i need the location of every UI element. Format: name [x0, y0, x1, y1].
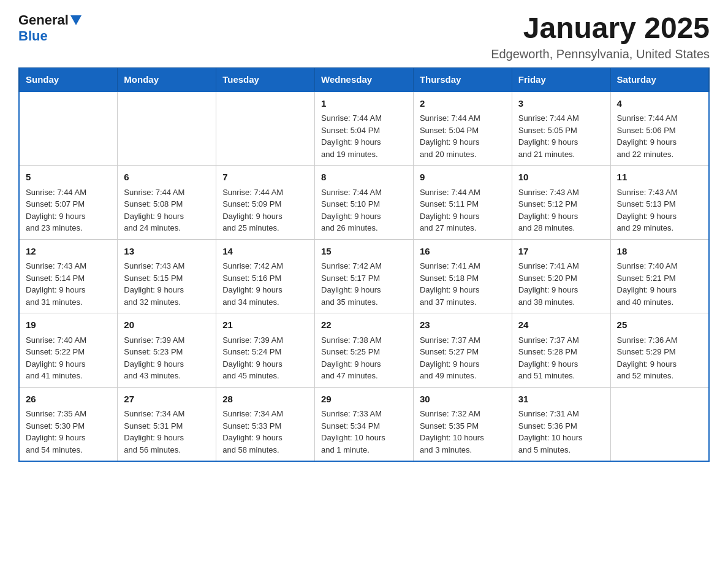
calendar-cell: 7Sunrise: 7:44 AMSunset: 5:09 PMDaylight… [216, 166, 315, 240]
logo-text-general: General [18, 12, 69, 28]
day-info-line: Sunset: 5:28 PM [518, 346, 604, 358]
day-info-line: Sunrise: 7:44 AM [26, 186, 111, 199]
weekday-header-row: SundayMondayTuesdayWednesdayThursdayFrid… [19, 67, 709, 91]
calendar-cell: 27Sunrise: 7:34 AMSunset: 5:31 PMDayligh… [118, 387, 216, 461]
day-number: 23 [420, 318, 506, 332]
day-info-line: Daylight: 9 hours [617, 210, 702, 223]
logo: General Blue [18, 12, 82, 44]
calendar-cell: 19Sunrise: 7:40 AMSunset: 5:22 PMDayligh… [19, 313, 118, 388]
day-info-line: Sunset: 5:09 PM [222, 198, 308, 210]
day-info-line: Sunset: 5:07 PM [26, 198, 111, 210]
calendar-cell: 13Sunrise: 7:43 AMSunset: 5:15 PMDayligh… [118, 239, 216, 313]
day-info-line: and 37 minutes. [420, 296, 506, 308]
day-info-line: and 21 minutes. [518, 148, 604, 161]
day-info-line: Sunset: 5:08 PM [124, 198, 210, 210]
day-info-line: Sunset: 5:30 PM [26, 420, 111, 432]
day-info-line: Daylight: 10 hours [420, 432, 506, 444]
day-info-line: Sunset: 5:13 PM [617, 198, 702, 210]
day-info-line: Sunset: 5:24 PM [222, 346, 308, 358]
day-info-line: Daylight: 9 hours [26, 284, 111, 296]
day-info-line: Sunrise: 7:35 AM [26, 408, 111, 420]
day-info-line: and 23 minutes. [26, 222, 111, 234]
day-info-line: Sunset: 5:04 PM [420, 124, 506, 137]
calendar-cell: 26Sunrise: 7:35 AMSunset: 5:30 PMDayligh… [19, 387, 118, 461]
calendar-cell: 18Sunrise: 7:40 AMSunset: 5:21 PMDayligh… [610, 239, 709, 313]
day-info-line: and 43 minutes. [124, 370, 210, 382]
calendar-cell: 3Sunrise: 7:44 AMSunset: 5:05 PMDaylight… [512, 91, 610, 166]
day-info-line: and 1 minute. [321, 444, 407, 456]
day-info-line: Sunrise: 7:44 AM [518, 112, 604, 124]
calendar-cell: 25Sunrise: 7:36 AMSunset: 5:29 PMDayligh… [610, 313, 709, 388]
day-info-line: Sunset: 5:29 PM [617, 346, 702, 358]
day-info-line: and 25 minutes. [222, 222, 308, 234]
day-info-line: Daylight: 9 hours [518, 358, 604, 370]
day-number: 31 [518, 393, 604, 407]
day-info-line: Sunset: 5:21 PM [617, 272, 702, 285]
day-info-line: Daylight: 9 hours [26, 432, 111, 444]
day-number: 27 [124, 393, 210, 407]
calendar-cell: 15Sunrise: 7:42 AMSunset: 5:17 PMDayligh… [315, 239, 414, 313]
day-info-line: and 41 minutes. [26, 370, 111, 382]
day-info-line: Daylight: 9 hours [617, 136, 702, 148]
calendar-week-row: 26Sunrise: 7:35 AMSunset: 5:30 PMDayligh… [19, 387, 709, 461]
day-number: 20 [124, 318, 210, 332]
calendar-cell: 5Sunrise: 7:44 AMSunset: 5:07 PMDaylight… [19, 166, 118, 240]
day-number: 25 [617, 318, 702, 332]
day-info-line: Sunset: 5:14 PM [26, 272, 111, 285]
calendar-cell: 29Sunrise: 7:33 AMSunset: 5:34 PMDayligh… [315, 387, 414, 461]
day-info-line: Daylight: 10 hours [518, 432, 604, 444]
title-section: January 2025 Edgeworth, Pennsylvania, Un… [491, 12, 710, 61]
day-number: 24 [518, 318, 604, 332]
day-info-line: Daylight: 9 hours [222, 432, 308, 444]
day-info-line: Sunrise: 7:41 AM [420, 260, 506, 272]
day-info-line: and 27 minutes. [420, 222, 506, 234]
day-number: 30 [420, 393, 506, 407]
day-info-line: Daylight: 9 hours [222, 358, 308, 370]
day-info-line: and 26 minutes. [321, 222, 407, 234]
day-number: 1 [321, 97, 407, 111]
weekday-header-friday: Friday [512, 67, 610, 91]
calendar-cell: 14Sunrise: 7:42 AMSunset: 5:16 PMDayligh… [216, 239, 315, 313]
day-info-line: and 22 minutes. [617, 148, 702, 161]
day-info-line: and 28 minutes. [518, 222, 604, 234]
day-info-line: Sunset: 5:11 PM [420, 198, 506, 210]
day-info-line: Sunrise: 7:44 AM [222, 186, 308, 199]
calendar-cell: 24Sunrise: 7:37 AMSunset: 5:28 PMDayligh… [512, 313, 610, 388]
calendar-cell: 20Sunrise: 7:39 AMSunset: 5:23 PMDayligh… [118, 313, 216, 388]
calendar-cell: 8Sunrise: 7:44 AMSunset: 5:10 PMDaylight… [315, 166, 414, 240]
day-info-line: Daylight: 9 hours [321, 284, 407, 296]
day-info-line: Daylight: 9 hours [617, 358, 702, 370]
calendar-cell [216, 91, 315, 166]
day-number: 17 [518, 245, 604, 259]
day-info-line: and 58 minutes. [222, 444, 308, 456]
day-number: 26 [26, 393, 111, 407]
day-info-line: Daylight: 9 hours [617, 284, 702, 296]
day-info-line: Sunrise: 7:40 AM [617, 260, 702, 272]
day-info-line: Daylight: 9 hours [518, 284, 604, 296]
calendar-cell [118, 91, 216, 166]
calendar-cell: 1Sunrise: 7:44 AMSunset: 5:04 PMDaylight… [315, 91, 414, 166]
day-number: 16 [420, 245, 506, 259]
day-info-line: Sunset: 5:36 PM [518, 420, 604, 432]
day-number: 22 [321, 318, 407, 332]
day-info-line: Sunrise: 7:38 AM [321, 334, 407, 347]
day-info-line: Daylight: 9 hours [26, 358, 111, 370]
day-info-line: Sunset: 5:05 PM [518, 124, 604, 137]
calendar-cell: 4Sunrise: 7:44 AMSunset: 5:06 PMDaylight… [610, 91, 709, 166]
day-info-line: Sunset: 5:31 PM [124, 420, 210, 432]
calendar-cell: 21Sunrise: 7:39 AMSunset: 5:24 PMDayligh… [216, 313, 315, 388]
day-info-line: and 3 minutes. [420, 444, 506, 456]
day-info-line: and 19 minutes. [321, 148, 407, 161]
day-number: 19 [26, 318, 111, 332]
day-number: 11 [617, 170, 702, 185]
calendar-cell: 31Sunrise: 7:31 AMSunset: 5:36 PMDayligh… [512, 387, 610, 461]
day-info-line: Sunrise: 7:32 AM [420, 408, 506, 420]
day-number: 9 [420, 170, 506, 185]
day-info-line: and 38 minutes. [518, 296, 604, 308]
day-info-line: Sunset: 5:22 PM [26, 346, 111, 358]
day-number: 18 [617, 245, 702, 259]
day-info-line: and 24 minutes. [124, 222, 210, 234]
day-info-line: and 54 minutes. [26, 444, 111, 456]
day-info-line: Daylight: 9 hours [124, 210, 210, 223]
day-info-line: Sunrise: 7:43 AM [617, 186, 702, 199]
